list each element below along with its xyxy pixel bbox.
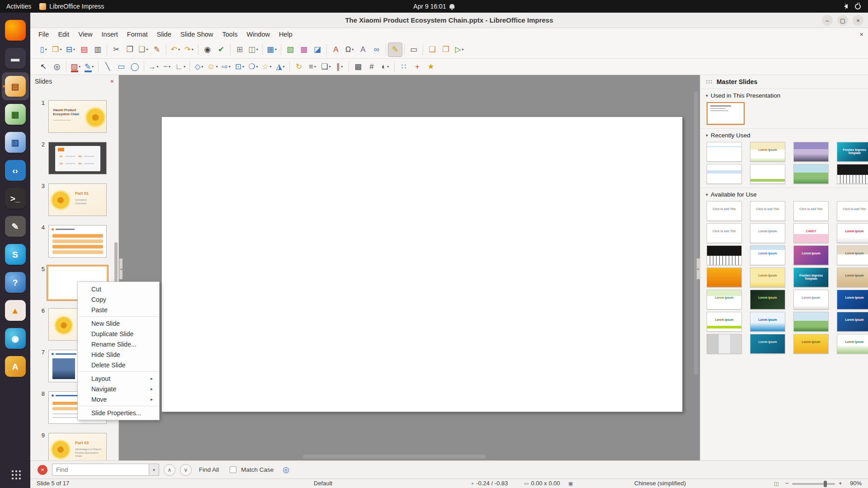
section-available-for-use[interactable]: ▾Available for Use — [700, 188, 868, 200]
zoom-fit-icon[interactable]: ◫ — [774, 481, 778, 486]
arrange-icon[interactable]: ❏▾ — [319, 60, 333, 74]
context-item-slide-properties[interactable]: Slide Properties... — [78, 408, 159, 418]
match-case-checkbox[interactable] — [230, 466, 236, 473]
context-item-rename-slide[interactable]: Rename Slide... — [78, 339, 159, 349]
master-thumb-vintage[interactable]: Lorem Ipsum — [837, 245, 868, 265]
dock-help[interactable]: ? — [2, 268, 29, 296]
slide-canvas[interactable] — [161, 117, 683, 412]
master-thumb-candy[interactable]: CANDY — [793, 223, 829, 243]
menu-file[interactable]: File — [34, 29, 53, 40]
dock-show-applications[interactable] — [2, 460, 29, 488]
zoom-percent[interactable]: 90% — [850, 480, 862, 487]
slide-thumbnail-1[interactable]: Xiaomi Product Ecosystem Chain — [48, 100, 107, 133]
master-name-status[interactable]: Default — [314, 480, 332, 487]
dock-vscode[interactable]: ‹› — [2, 156, 29, 184]
zoom-slider[interactable] — [792, 483, 835, 485]
stars-banners-icon[interactable]: ☆▾ — [260, 60, 274, 74]
find-dropdown-icon[interactable]: ▾ — [149, 464, 159, 476]
insert-line-icon[interactable]: ╲ — [101, 60, 114, 74]
context-item-hide-slide[interactable]: Hide Slide — [78, 349, 159, 360]
start-slideshow-icon[interactable]: ▷▾ — [453, 43, 466, 56]
context-item-copy[interactable]: Copy — [78, 294, 159, 305]
menu-slide[interactable]: Slide — [152, 29, 176, 40]
slide-thumbnail-3[interactable]: Part 01Company Overview — [48, 183, 107, 216]
context-item-layout[interactable]: Layout▸ — [78, 373, 159, 384]
cut-icon[interactable]: ✂ — [109, 43, 123, 56]
master-thumb-default-1[interactable]: Click to add Title — [707, 201, 742, 221]
master-thumb-leaf[interactable]: Lorem Ipsum — [837, 334, 868, 354]
section-recently-used[interactable]: ▾Recently Used — [700, 128, 868, 141]
slide-row-3[interactable]: 3Part 01Company Overview — [30, 182, 118, 218]
save-icon[interactable]: ⊟▾ — [64, 43, 77, 56]
slide-thumbnail-9[interactable]: Part 03Advantages of Xiaomi Product Ecos… — [48, 433, 107, 460]
master-thumb-default-3[interactable]: Click to add Title — [793, 201, 829, 221]
menu-help[interactable]: Help — [274, 29, 297, 40]
lines-arrows-icon[interactable]: →▾ — [146, 60, 160, 74]
copy-icon[interactable]: ❐ — [123, 43, 137, 56]
master-thumb-kraft[interactable]: Lorem Ipsum — [837, 267, 868, 287]
dock-libreoffice-impress[interactable]: ▤ — [2, 72, 29, 100]
context-item-duplicate-slide[interactable]: Duplicate Slide — [78, 328, 159, 339]
master-thumb-red-accent[interactable]: Lorem Ipsum — [837, 223, 868, 243]
dock-terminal[interactable]: >_ — [2, 184, 29, 212]
master-thumb-default-2[interactable]: Click to add Title — [750, 201, 785, 221]
master-thumb-hills[interactable] — [793, 164, 829, 184]
slide-row-2[interactable]: 201020304 — [30, 140, 118, 176]
zoom-slider-thumb[interactable] — [824, 481, 827, 487]
curve-icon[interactable]: ~▾ — [160, 60, 174, 74]
slide-row-1[interactable]: 1Xiaomi Product Ecosystem Chain — [30, 99, 118, 135]
image-filter-icon[interactable]: ◐▾ — [378, 60, 392, 74]
master-thumb-green-top[interactable]: Lorem Ipsum — [707, 290, 742, 310]
align-objects-icon[interactable]: ≡▾ — [306, 60, 319, 74]
insert-media-icon[interactable]: ▩ — [297, 43, 311, 56]
spelling-icon[interactable]: ✔ — [214, 43, 228, 56]
slide-thumbnail-4[interactable] — [48, 225, 107, 258]
find-and-replace-icon[interactable]: ◎ — [283, 465, 289, 474]
dock-files[interactable]: ▬ — [2, 44, 29, 72]
master-thumb-current-master[interactable] — [707, 102, 745, 125]
zoom-out-button[interactable]: − — [785, 480, 789, 487]
master-thumb-idea-yellow[interactable]: Lorem ipsum — [793, 334, 829, 354]
insert-text-box-icon[interactable]: ▭ — [407, 43, 420, 56]
master-thumb-evening-park[interactable] — [793, 142, 829, 162]
insert-textbox-icon[interactable]: A — [329, 43, 343, 56]
language-status[interactable]: Chinese (simplified) — [634, 480, 686, 487]
ellipse-icon[interactable]: ◯ — [128, 60, 142, 74]
menu-view[interactable]: View — [74, 29, 97, 40]
block-arrows-icon[interactable]: ⇨▾ — [219, 60, 233, 74]
menu-window[interactable]: Window — [242, 29, 274, 40]
glue-points-icon[interactable]: + — [410, 60, 424, 74]
left-pane-splitter[interactable]: ◂ — [119, 258, 123, 279]
master-thumb-purple-circles[interactable]: Lorem Ipsum — [793, 245, 829, 265]
horizontal-scrollbar[interactable] — [122, 454, 690, 459]
menu-tools[interactable]: Tools — [218, 29, 242, 40]
edit-points-icon[interactable]: ∷ — [397, 60, 410, 74]
redo-icon[interactable]: ↷▾ — [182, 43, 196, 56]
master-thumb-grass[interactable] — [750, 164, 785, 184]
dock-libreoffice-calc[interactable]: ▦ — [2, 100, 29, 128]
fill-color-icon[interactable]: ▨▾ — [69, 60, 82, 74]
animation-icon[interactable]: ★ — [424, 60, 438, 74]
slides-panel-close-icon[interactable]: × — [110, 78, 114, 85]
zoom-in-button[interactable]: + — [839, 480, 842, 487]
open-icon[interactable]: ❒▾ — [50, 43, 64, 56]
shadow-icon[interactable]: ▩ — [351, 60, 365, 74]
context-item-new-slide[interactable]: New Slide — [78, 318, 159, 328]
dock-software-center[interactable]: ◉ — [2, 324, 29, 352]
undo-icon[interactable]: ↶▾ — [169, 43, 182, 56]
master-thumb-simple-doc[interactable] — [707, 142, 742, 162]
close-button[interactable]: × — [853, 15, 863, 26]
master-thumb-blue-band[interactable] — [707, 164, 742, 184]
context-item-delete-slide[interactable]: Delete Slide — [78, 360, 159, 370]
insert-image-icon[interactable]: ▧ — [283, 43, 297, 56]
master-thumb-gray-collage[interactable] — [707, 334, 742, 354]
master-thumb-dark-forest[interactable]: Lorem ipsum — [750, 290, 785, 310]
slide-row-9[interactable]: 9Part 03Advantages of Xiaomi Product Eco… — [30, 431, 118, 460]
dock-libreoffice-writer[interactable]: ▥ — [2, 128, 29, 156]
minimize-button[interactable]: – — [822, 15, 833, 26]
duplicate-slide-icon[interactable]: ❐ — [439, 43, 453, 56]
find-input[interactable] — [52, 464, 149, 476]
find-all-button[interactable]: Find All — [199, 466, 219, 473]
display-grid-icon[interactable]: ⊞ — [233, 43, 246, 56]
section-used-in-this-presentation[interactable]: ▾Used in This Presentation — [700, 89, 868, 101]
